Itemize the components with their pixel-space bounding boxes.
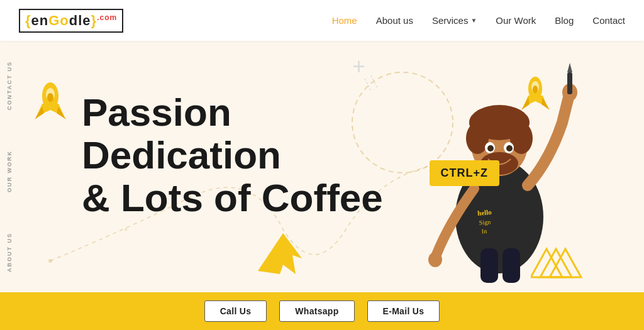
construction-signs — [531, 230, 606, 283]
rocket-left-icon — [35, 79, 66, 125]
nav-item-blog[interactable]: Blog — [555, 15, 574, 26]
svg-point-1 — [125, 228, 127, 231]
nav-item-work[interactable]: Our Work — [496, 15, 536, 26]
svg-point-27 — [487, 145, 494, 151]
side-label-about: ABOUT US — [6, 233, 13, 272]
nav-links: Home About us Services ▼ Our Work Blog C… — [332, 15, 625, 26]
svg-text:In: In — [481, 228, 487, 235]
ctrl-z-badge: CTRL+Z — [430, 160, 500, 186]
nav-link-home[interactable]: Home — [332, 15, 357, 26]
services-dropdown-arrow: ▼ — [470, 17, 477, 24]
logo-dotcom: .com — [97, 13, 117, 21]
svg-marker-17 — [541, 97, 550, 110]
svg-line-5 — [371, 75, 377, 88]
svg-point-0 — [48, 259, 52, 263]
whatsapp-button[interactable]: Whatsapp — [279, 300, 354, 322]
svg-rect-37 — [480, 248, 498, 283]
logo-brace-open: { — [25, 13, 31, 28]
svg-point-33 — [428, 252, 442, 267]
side-labels: CONTACT US OUR WORK ABOUT US — [0, 41, 19, 292]
arrow-decoration — [252, 227, 308, 280]
svg-text:hello: hello — [477, 208, 492, 217]
nav-item-services[interactable]: Services ▼ — [432, 15, 477, 26]
footer-bar: Call Us Whatsapp E-Mail Us — [0, 292, 644, 330]
svg-text:Sign: Sign — [479, 218, 491, 226]
svg-marker-6 — [258, 233, 302, 274]
logo[interactable]: {enGodle}.com — [19, 9, 123, 33]
svg-marker-16 — [521, 97, 530, 110]
call-us-button[interactable]: Call Us — [204, 300, 267, 322]
plus-decoration: + — [352, 53, 365, 80]
svg-line-4 — [365, 79, 371, 91]
logo-brace-close: } — [91, 13, 97, 28]
hero-text: Passion Dedication & Lots of Coffee — [82, 91, 383, 220]
nav-link-blog[interactable]: Blog — [555, 15, 574, 26]
nav-link-work[interactable]: Our Work — [496, 15, 536, 26]
side-label-work: OUR WORK — [6, 150, 13, 192]
nav-item-contact[interactable]: Contact — [592, 15, 625, 26]
hero-section: + Passion Dedication & Lots of Coffee — [0, 41, 644, 292]
nav-item-home[interactable]: Home — [332, 15, 357, 26]
svg-point-18 — [533, 85, 538, 93]
nav-link-services[interactable]: Services — [432, 15, 469, 26]
side-label-contact: CONTACT US — [6, 61, 13, 110]
email-us-button[interactable]: E-Mail Us — [367, 300, 440, 322]
rocket-right-icon — [521, 72, 550, 116]
svg-point-12 — [47, 93, 53, 102]
svg-marker-10 — [35, 107, 44, 119]
nav-link-contact[interactable]: Contact — [592, 15, 625, 26]
svg-marker-32 — [567, 63, 572, 72]
svg-marker-11 — [57, 107, 66, 119]
nav-link-about[interactable]: About us — [376, 15, 413, 26]
svg-rect-31 — [567, 72, 572, 94]
nav-item-about[interactable]: About us — [376, 15, 413, 26]
navbar: {enGodle}.com Home About us Services ▼ O… — [0, 0, 644, 41]
svg-rect-38 — [502, 248, 520, 283]
hero-headline: Passion Dedication & Lots of Coffee — [82, 91, 383, 220]
logo-text: enGodle — [31, 13, 91, 28]
svg-point-28 — [506, 145, 513, 151]
